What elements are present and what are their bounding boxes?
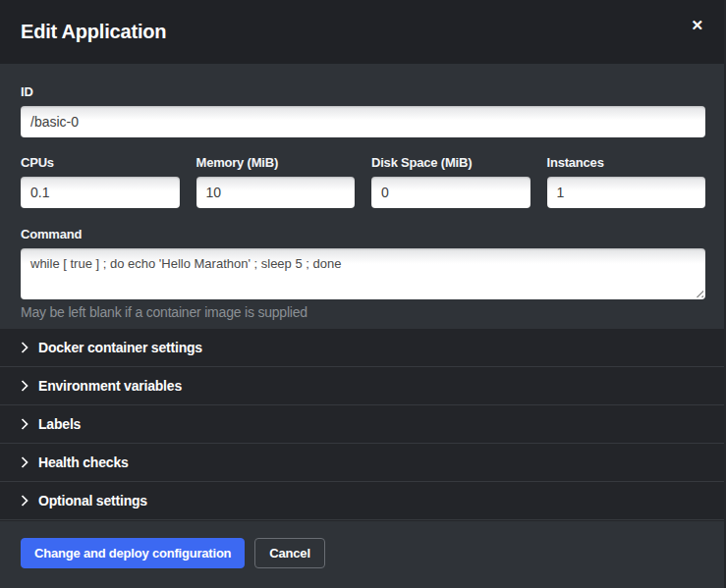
dialog-footer: Change and deploy configuration Cancel [0,521,726,588]
chevron-right-icon [21,456,28,468]
accordion-section-label: Optional settings [38,493,147,508]
accordion-section-label: Environment variables [38,378,182,394]
id-input[interactable] [21,106,705,137]
close-icon: ✕ [691,17,703,33]
command-textarea-wrap: while [ true ] ; do echo 'Hello Marathon… [21,248,705,299]
chevron-right-icon [21,495,28,507]
command-help-text: May be left blank if a container image i… [21,304,705,320]
chevron-right-icon [21,342,28,353]
memory-label: Memory (MiB) [196,155,356,170]
cpus-input[interactable] [21,177,180,208]
chevron-right-icon [21,418,28,430]
accordion-section-label: Docker container settings [38,340,202,355]
accordion-section-optional-settings[interactable]: Optional settings [0,482,726,520]
memory-input[interactable] [196,177,356,208]
accordion-section-docker-container-settings[interactable]: Docker container settings [0,329,726,367]
dialog-body: ID CPUs Memory (MiB) Disk Space (MiB) In… [0,64,726,329]
dialog-header: Edit Application ✕ [0,0,726,64]
accordion-section-label: Labels [38,416,81,432]
change-and-deploy-button[interactable]: Change and deploy configuration [21,538,245,568]
cpus-label: CPUs [21,155,180,170]
instances-input[interactable] [547,177,706,208]
id-field-group: ID [21,84,705,137]
accordion-section-label: Health checks [38,454,129,470]
close-button[interactable]: ✕ [685,14,709,36]
accordion-section-labels[interactable]: Labels [0,405,726,444]
disk-field-group: Disk Space (MiB) [371,155,531,208]
command-textarea[interactable]: while [ true ] ; do echo 'Hello Marathon… [21,248,705,299]
chevron-right-icon [21,380,28,392]
dialog-title: Edit Application [21,21,685,43]
id-label: ID [21,84,705,99]
resources-row: CPUs Memory (MiB) Disk Space (MiB) Insta… [21,155,705,208]
cancel-button[interactable]: Cancel [254,538,324,568]
edit-application-dialog: Edit Application ✕ ID CPUs Memory (MiB) … [0,0,726,588]
command-label: Command [21,227,705,241]
command-field-group: Command while [ true ] ; do echo 'Hello … [21,227,705,320]
cpus-field-group: CPUs [21,155,180,208]
accordion-section-health-checks[interactable]: Health checks [0,444,726,482]
instances-label: Instances [547,155,706,170]
memory-field-group: Memory (MiB) [196,155,356,208]
accordion-section-environment-variables[interactable]: Environment variables [0,367,726,405]
instances-field-group: Instances [547,155,706,208]
disk-label: Disk Space (MiB) [371,155,531,170]
accordion: Docker container settings Environment va… [0,329,726,521]
disk-input[interactable] [371,177,531,208]
